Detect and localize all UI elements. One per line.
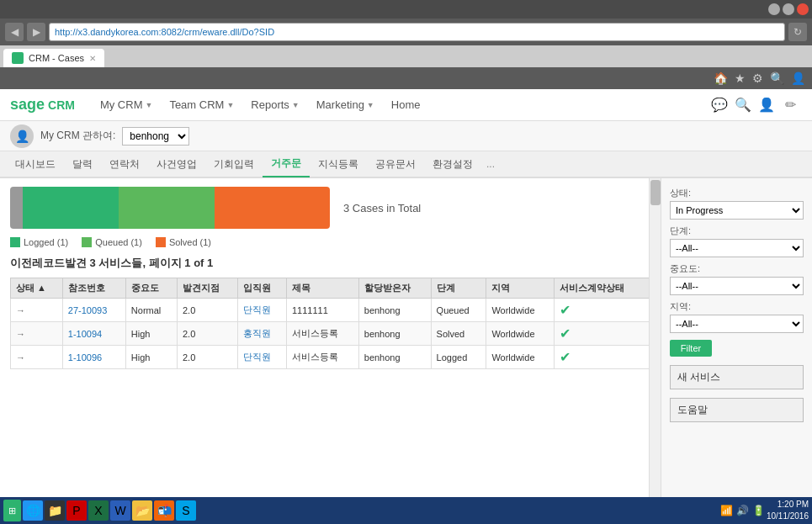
filter-status-label: 상태: bbox=[670, 187, 804, 199]
col-ref[interactable]: 참조번호 bbox=[62, 278, 125, 299]
chart-segment-gray bbox=[10, 187, 23, 229]
filter-status-section: 상태: In Progress bbox=[670, 187, 804, 220]
nav-teamcrm[interactable]: Team CRM ▼ bbox=[161, 89, 242, 121]
battery-icon: 🔋 bbox=[752, 505, 765, 516]
row-ref[interactable]: 27-10093 bbox=[62, 299, 125, 322]
filter-territory-select[interactable]: --All-- bbox=[670, 315, 804, 333]
submenu-shared-docs[interactable]: 공유문서 bbox=[367, 151, 424, 177]
cases-bar-chart bbox=[10, 187, 330, 229]
col-status[interactable]: 상태 ▲ bbox=[11, 278, 63, 299]
browser-toolbar: ◀ ▶ http://x3.dandykorea.com:8082/crm/ew… bbox=[0, 19, 812, 45]
submenu-settings[interactable]: 환경설정 bbox=[424, 151, 481, 177]
mycrm-user-select[interactable]: benhong bbox=[122, 127, 189, 146]
submenu-cases[interactable]: 사건영업 bbox=[148, 151, 205, 177]
taskbar-word-icon[interactable]: W bbox=[110, 500, 130, 521]
new-service-button[interactable]: 새 서비스 bbox=[670, 365, 804, 389]
row-title: 서비스등록 bbox=[286, 346, 358, 369]
back-button[interactable]: ◀ bbox=[5, 23, 24, 41]
edit-icon[interactable]: ✏ bbox=[778, 93, 802, 117]
submenu-contacts[interactable]: 연락처 bbox=[101, 151, 148, 177]
tab-close-button[interactable]: ✕ bbox=[89, 54, 96, 63]
row-ref[interactable]: 1-10094 bbox=[62, 322, 125, 346]
zoom-icon[interactable]: 🔍 bbox=[770, 71, 784, 85]
scroll-thumb[interactable] bbox=[650, 180, 661, 205]
star-icon[interactable]: ★ bbox=[735, 71, 746, 85]
refresh-button[interactable]: ↻ bbox=[788, 23, 807, 41]
taskbar-outlook-icon[interactable]: 📬 bbox=[154, 500, 174, 521]
submenu-dashboard[interactable]: 대시보드 bbox=[7, 151, 64, 177]
tab-title: CRM - Cases bbox=[29, 53, 84, 63]
crm-label: CRM bbox=[48, 98, 75, 112]
chart-area: 3 Cases in Total bbox=[10, 187, 650, 229]
submenu-opportunities[interactable]: 기회입력 bbox=[205, 151, 263, 177]
submenu-more[interactable]: ... bbox=[481, 158, 500, 170]
col-origin[interactable]: 발견지점 bbox=[177, 278, 237, 299]
cases-table: 상태 ▲ 참조번호 중요도 발견지점 입직원 제목 할당받은자 단계 지역 서비… bbox=[10, 278, 650, 369]
nav-reports[interactable]: Reports ▼ bbox=[242, 89, 307, 121]
search-icon[interactable]: 🔍 bbox=[731, 93, 755, 117]
filter-button[interactable]: Filter bbox=[670, 340, 712, 357]
col-assigned-to[interactable]: 할당받은자 bbox=[358, 278, 431, 299]
col-stage[interactable]: 단계 bbox=[431, 278, 486, 299]
row-priority: High bbox=[125, 322, 177, 346]
col-territory[interactable]: 지역 bbox=[486, 278, 555, 299]
taskbar-powerpoint-icon[interactable]: P bbox=[66, 500, 87, 521]
nav-mycrm[interactable]: My CRM ▼ bbox=[92, 89, 161, 121]
taskbar-explorer-icon[interactable]: 📁 bbox=[45, 500, 65, 521]
col-contract[interactable]: 서비스계약상태 bbox=[555, 278, 650, 299]
col-assigned-from[interactable]: 입직원 bbox=[237, 278, 286, 299]
maximize-button[interactable] bbox=[783, 3, 794, 15]
taskbar-excel-icon[interactable]: X bbox=[88, 500, 109, 521]
user-profile-icon[interactable]: 👤 bbox=[755, 93, 778, 117]
taskbar-ie-icon[interactable]: 🌐 bbox=[23, 500, 43, 521]
filter-priority-section: 중요도: --All-- bbox=[670, 262, 804, 295]
row-assigned-to: benhong bbox=[358, 322, 431, 346]
legend-solved: Solved (1) bbox=[156, 237, 211, 247]
scrollbar[interactable] bbox=[649, 178, 661, 506]
user-icon[interactable]: 👤 bbox=[791, 71, 805, 85]
submenu-calendar[interactable]: 달력 bbox=[64, 151, 101, 177]
filter-territory-label: 지역: bbox=[670, 300, 804, 313]
submenu-orders[interactable]: 거주문 bbox=[263, 151, 310, 177]
notification-icon[interactable]: 💬 bbox=[708, 93, 731, 117]
row-assigned-from[interactable]: 홍직원 bbox=[237, 322, 286, 346]
nav-home[interactable]: Home bbox=[383, 89, 429, 121]
taskbar-skype-icon[interactable]: S bbox=[176, 500, 196, 521]
browser-chrome: ◀ ▶ http://x3.dandykorea.com:8082/crm/ew… bbox=[0, 0, 812, 89]
address-text: http://x3.dandykorea.com:8082/crm/eware.… bbox=[55, 27, 779, 37]
address-bar[interactable]: http://x3.dandykorea.com:8082/crm/eware.… bbox=[49, 23, 785, 41]
table-row[interactable]: → 1-10096 High 2.0 단직원 서비스등록 benhong Log… bbox=[11, 346, 650, 369]
forward-button[interactable]: ▶ bbox=[27, 23, 45, 41]
row-assigned-from[interactable]: 단직원 bbox=[237, 346, 286, 369]
table-row[interactable]: → 27-10093 Normal 2.0 단직원 1111111 benhon… bbox=[11, 299, 650, 322]
top-navigation: sage CRM My CRM ▼ Team CRM ▼ Reports ▼ M… bbox=[0, 89, 812, 121]
row-stage: Solved bbox=[431, 322, 486, 346]
row-priority: Normal bbox=[125, 299, 177, 322]
row-priority: High bbox=[125, 346, 177, 369]
row-origin: 2.0 bbox=[177, 299, 237, 322]
minimize-button[interactable] bbox=[768, 3, 780, 15]
help-button[interactable]: 도움말 bbox=[670, 398, 804, 422]
table-row[interactable]: → 1-10094 High 2.0 홍직원 서비스등록 benhong Sol… bbox=[11, 322, 650, 346]
filter-status-select[interactable]: In Progress bbox=[670, 201, 804, 220]
row-stage: Queued bbox=[431, 299, 486, 322]
nav-marketing[interactable]: Marketing ▼ bbox=[308, 89, 383, 121]
submenu-knowledge[interactable]: 지식등록 bbox=[310, 151, 367, 177]
row-territory: Worldwide bbox=[486, 299, 555, 322]
row-ref[interactable]: 1-10096 bbox=[62, 346, 125, 369]
settings-icon[interactable]: ⚙ bbox=[752, 71, 763, 85]
taskbar-folder-icon[interactable]: 📂 bbox=[132, 500, 152, 521]
col-priority[interactable]: 중요도 bbox=[125, 278, 177, 299]
row-assigned-from[interactable]: 단직원 bbox=[237, 299, 286, 322]
chart-total-label: 3 Cases in Total bbox=[343, 202, 421, 214]
filter-priority-label: 중요도: bbox=[670, 262, 804, 275]
home-icon[interactable]: 🏠 bbox=[714, 71, 728, 85]
volume-icon: 🔊 bbox=[736, 505, 749, 516]
chart-segment-green bbox=[119, 187, 215, 229]
filter-stage-select[interactable]: --All-- bbox=[670, 239, 804, 257]
col-title[interactable]: 제목 bbox=[286, 278, 358, 299]
close-button[interactable] bbox=[797, 3, 809, 15]
browser-tab-active[interactable]: CRM - Cases ✕ bbox=[3, 49, 104, 67]
filter-priority-select[interactable]: --All-- bbox=[670, 277, 804, 295]
start-button[interactable]: ⊞ bbox=[3, 500, 21, 521]
